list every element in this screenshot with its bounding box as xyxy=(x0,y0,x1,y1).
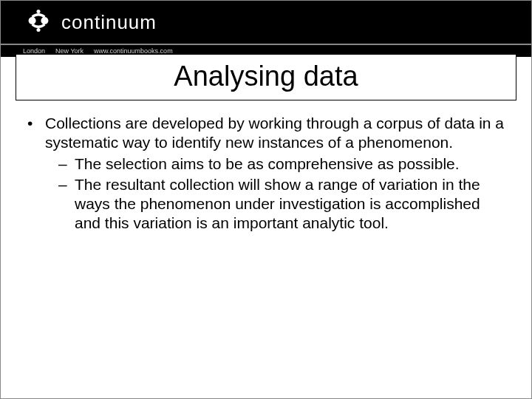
svg-point-1 xyxy=(41,17,48,24)
slide-title: Analysing data xyxy=(16,61,516,92)
svg-point-0 xyxy=(29,17,36,24)
brand-name: continuum xyxy=(61,11,157,34)
continuum-logo-icon xyxy=(23,5,54,39)
svg-point-2 xyxy=(36,10,40,13)
bullet-text: Collections are developed by working thr… xyxy=(45,114,505,153)
brand-bar: continuum xyxy=(1,1,531,44)
bullet-text: The resultant collection will show a ran… xyxy=(75,175,505,233)
bullet-level-2: – The selection aims to be as comprehens… xyxy=(58,154,505,174)
bullet-dash-icon: – xyxy=(58,175,75,233)
bullet-dash-icon: – xyxy=(58,154,75,174)
bullet-level-1: • Collections are developed by working t… xyxy=(27,114,505,153)
svg-point-3 xyxy=(36,28,40,32)
slide: continuum London New York www.continuumb… xyxy=(0,0,532,399)
bullet-text: The selection aims to be as comprehensiv… xyxy=(75,154,505,174)
bullet-dot-icon: • xyxy=(27,114,45,153)
brand-logo: continuum xyxy=(23,5,157,39)
slide-title-box: Analysing data xyxy=(16,54,516,100)
slide-content: • Collections are developed by working t… xyxy=(1,100,531,233)
bullet-level-2: – The resultant collection will show a r… xyxy=(58,175,505,233)
